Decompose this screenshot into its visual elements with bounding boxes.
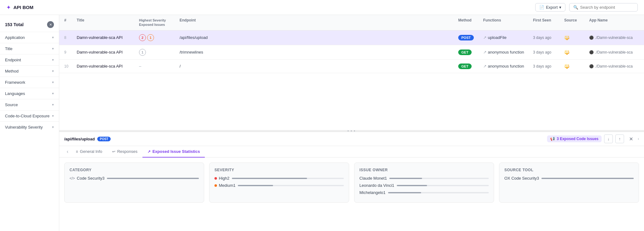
- high-count: 2: [227, 176, 229, 181]
- function-icon: ↗: [483, 35, 487, 40]
- row-number: 8: [64, 35, 77, 40]
- expand-icon: ›: [638, 137, 639, 141]
- method-tag: POST: [458, 35, 483, 40]
- method-tag: GET: [458, 64, 483, 69]
- method-filter-label: Method: [5, 69, 18, 73]
- stat-bar: [107, 178, 199, 179]
- close-panel-button[interactable]: ✕: [627, 134, 635, 143]
- col-num: #: [64, 18, 77, 27]
- sidebar-item-source[interactable]: Source ▾: [0, 99, 59, 110]
- chevron-down-icon: ▾: [52, 69, 54, 73]
- logo-area: ✦ API BOM: [6, 4, 33, 11]
- sidebar-item-code-cloud[interactable]: Code-to-Cloud Exposure ▾: [0, 110, 59, 121]
- main-layout: 153 Total ✕ Application ▾ Title ▾ Endpoi…: [0, 15, 644, 231]
- medium-count: 1: [233, 183, 235, 188]
- function-icon: ↗: [483, 64, 487, 68]
- export-icon: 📄: [539, 5, 544, 10]
- function-name: ↗ anonymous function: [483, 64, 533, 68]
- issue-owner-title: Issue Owner: [359, 168, 489, 172]
- search-input[interactable]: [580, 5, 634, 10]
- github-icon: ⚫: [589, 64, 594, 68]
- tab-general-info[interactable]: ≡ General Info: [71, 146, 107, 158]
- megaphone-icon: 📢: [550, 137, 555, 141]
- function-name: ↗ anonymous function: [483, 50, 533, 54]
- tab-responses[interactable]: ↩ Responses: [107, 146, 142, 158]
- search-icon: 🔍: [573, 5, 578, 10]
- tab-responses-label: Responses: [117, 149, 137, 154]
- stat-bar-container: [388, 192, 489, 193]
- title-filter-label: Title: [5, 46, 12, 51]
- row-title: Damn-vulnerable-sca API: [77, 35, 139, 40]
- severity-badges: –: [139, 64, 180, 68]
- top-header: ✦ API BOM 📄 Export ▾ 🔍: [0, 0, 644, 15]
- severity-badges: 1: [139, 49, 180, 56]
- chevron-down-icon: ▾: [52, 58, 54, 62]
- export-button[interactable]: 📄 Export ▾: [535, 3, 565, 12]
- navigate-down-button[interactable]: ↓: [604, 134, 613, 143]
- stat-row: Michelangelo 1: [359, 190, 489, 195]
- clear-filters-button[interactable]: ✕: [47, 21, 54, 28]
- navigate-up-button[interactable]: ↑: [615, 134, 624, 143]
- stat-bar: [232, 178, 307, 179]
- sidebar-item-endpoint[interactable]: Endpoint ▾: [0, 54, 59, 65]
- table-row[interactable]: 8 Damn-vulnerable-sca API 2 1 /api/files…: [59, 31, 644, 45]
- owner-2-count: 1: [392, 183, 394, 188]
- stat-bar-container: [389, 178, 489, 179]
- tab-general-info-label: General Info: [80, 149, 102, 154]
- source-icon: 🔱: [564, 35, 589, 40]
- code-security-label: </> Code Security: [70, 176, 102, 181]
- medium-label: Medium: [214, 183, 233, 188]
- table-row[interactable]: 9 Damn-vulnerable-sca API 1 /trimnewline…: [59, 45, 644, 60]
- app-title: API BOM: [13, 5, 33, 10]
- method-tag: GET: [458, 50, 483, 55]
- app-name: ⚫ ./Damn-vulnerable-sca: [589, 35, 639, 40]
- framework-filter-label: Framework: [5, 80, 25, 85]
- col-method: Method: [458, 18, 483, 27]
- exposed-issues-label: 3 Exposed Code Issues: [557, 137, 598, 141]
- medium-severity-badge: 1: [147, 34, 154, 41]
- exposed-issues-badge: 📢 3 Exposed Code Issues: [547, 135, 602, 142]
- table-header: # Title Highest SeverityExposed Issues E…: [59, 15, 644, 31]
- tab-exposed-issue-stats[interactable]: ↗ Exposed Issue Statistics: [142, 146, 205, 158]
- severity-badges: 2 1: [139, 34, 180, 41]
- first-seen-time: 3 days ago: [533, 50, 564, 54]
- main-content: # Title Highest SeverityExposed Issues E…: [59, 15, 644, 231]
- col-first-seen: First Seen: [533, 18, 564, 27]
- sidebar-total: 153 Total ✕: [0, 19, 59, 32]
- code-icon: </>: [70, 176, 75, 181]
- row-title: Damn-vulnerable-sca API: [77, 50, 139, 54]
- general-info-icon: ≡: [76, 149, 78, 154]
- col-app-name: App Name: [589, 18, 639, 27]
- col-functions: Functions: [483, 18, 533, 27]
- stat-row: </> Code Security 3: [70, 176, 199, 181]
- stat-row: Claude Monet 1: [359, 176, 489, 181]
- stat-bar: [238, 185, 273, 186]
- stat-row: Leonardo da Vinci 1: [359, 183, 489, 188]
- endpoint-path: /api/files/upload: [180, 35, 458, 40]
- sidebar-item-method[interactable]: Method ▾: [0, 65, 59, 77]
- severity-card-title: Severity: [214, 168, 344, 172]
- sidebar-item-languages[interactable]: Languages ▾: [0, 88, 59, 99]
- logo-icon: ✦: [6, 4, 11, 11]
- source-icon: 🔱: [564, 50, 589, 55]
- chevron-down-icon: ▾: [559, 5, 561, 10]
- sidebar-item-title[interactable]: Title ▾: [0, 43, 59, 54]
- owner-3-count: 1: [383, 190, 386, 195]
- tabs-prev-button[interactable]: ‹: [64, 146, 71, 157]
- tab-exposed-stats-label: Exposed Issue Statistics: [152, 149, 200, 154]
- owner-2-label: Leonardo da Vinci: [359, 183, 392, 188]
- application-filter-label: Application: [5, 35, 25, 40]
- sidebar-item-vuln-severity[interactable]: Vulnerability Severity ▾: [0, 121, 59, 133]
- responses-icon: ↩: [112, 149, 115, 154]
- chevron-down-icon: ▾: [52, 80, 54, 84]
- github-icon: ⚫: [589, 50, 594, 54]
- total-count: 153 Total: [5, 22, 24, 27]
- stat-bar: [541, 178, 634, 179]
- table-row[interactable]: 10 Damn-vulnerable-sca API – / GET ↗ ano…: [59, 60, 644, 73]
- stat-row-medium: Medium 1: [214, 183, 344, 188]
- sidebar-item-application[interactable]: Application ▾: [0, 32, 59, 43]
- sidebar-item-framework[interactable]: Framework ▾: [0, 77, 59, 88]
- selected-method-tag: POST: [97, 137, 111, 141]
- code-cloud-filter-label: Code-to-Cloud Exposure: [5, 114, 50, 118]
- stat-bar-container: [397, 185, 489, 186]
